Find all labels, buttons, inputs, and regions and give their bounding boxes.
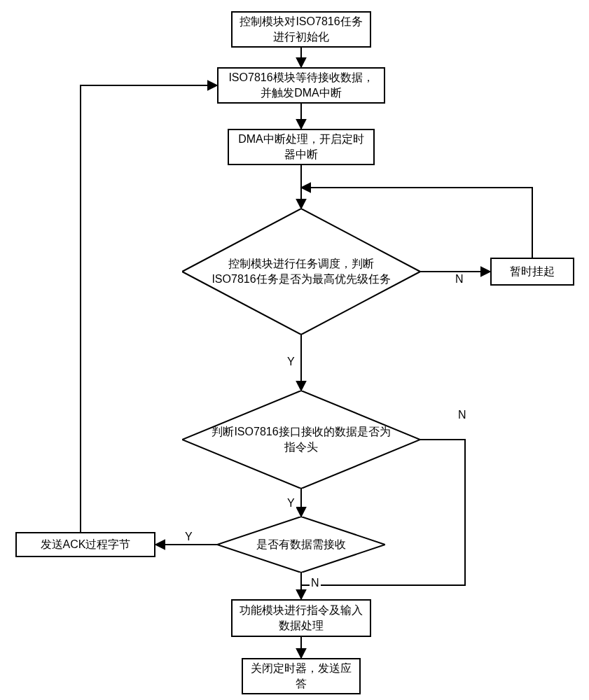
decision-more-data-label: 是否有数据需接收 xyxy=(256,537,346,552)
decision-is-header-label: 判断ISO7816接口接收的数据是否为指令头 xyxy=(210,424,392,454)
edge-n7-no: N xyxy=(310,577,321,589)
node-close-timer: 关闭定时器，发送应答 xyxy=(242,658,361,694)
decision-more-data: 是否有数据需接收 xyxy=(217,517,385,573)
edge-n6-no: N xyxy=(457,409,468,421)
node-process: 功能模块进行指令及输入数据处理 xyxy=(231,599,371,637)
edge-n6-yes: Y xyxy=(286,497,296,510)
flow-connectors xyxy=(0,0,589,700)
edge-n7-yes: Y xyxy=(183,531,194,543)
node-dma-handler-label: DMA中断处理，开启定时器中断 xyxy=(236,132,366,162)
node-suspend-label: 暂时挂起 xyxy=(510,264,555,279)
node-wait-dma-label: ISO7816模块等待接收数据，并触发DMA中断 xyxy=(226,70,377,100)
node-init-label: 控制模块对ISO7816任务进行初始化 xyxy=(240,14,363,44)
edge-n4-no: N xyxy=(454,273,465,286)
node-close-timer-label: 关闭定时器，发送应答 xyxy=(250,661,352,691)
node-send-ack-label: 发送ACK过程字节 xyxy=(41,537,131,552)
node-dma-handler: DMA中断处理，开启定时器中断 xyxy=(228,129,375,165)
node-wait-dma: ISO7816模块等待接收数据，并触发DMA中断 xyxy=(217,67,385,104)
node-send-ack: 发送ACK过程字节 xyxy=(15,532,155,557)
node-suspend: 暂时挂起 xyxy=(490,258,574,286)
node-process-label: 功能模块进行指令及输入数据处理 xyxy=(240,603,363,633)
node-init: 控制模块对ISO7816任务进行初始化 xyxy=(231,11,371,48)
decision-is-header: 判断ISO7816接口接收的数据是否为指令头 xyxy=(182,391,420,489)
decision-priority-label: 控制模块进行任务调度，判断ISO7816任务是否为最高优先级任务 xyxy=(210,256,392,286)
decision-priority: 控制模块进行任务调度，判断ISO7816任务是否为最高优先级任务 xyxy=(182,209,420,335)
edge-n4-yes: Y xyxy=(286,356,296,368)
